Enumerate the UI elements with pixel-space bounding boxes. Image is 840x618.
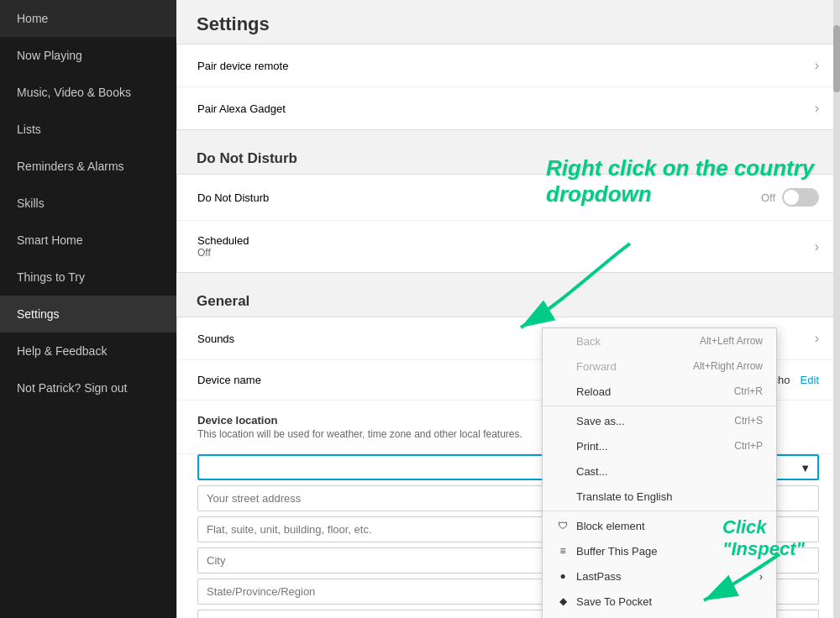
context-menu-item-left-translate: Translate to English <box>556 490 672 503</box>
context-menu-item-left-cast: Cast... <box>556 464 608 478</box>
sidebar-item-music-video-books[interactable]: Music, Video & Books <box>0 74 176 111</box>
context-menu-item-label-reload: Reload <box>576 385 611 398</box>
sidebar-item-skills[interactable]: Skills <box>0 185 176 222</box>
context-menu-item-print[interactable]: Print...Ctrl+P <box>543 433 776 458</box>
context-menu-item-left-save-as: Save as... <box>556 414 625 427</box>
device-location-desc: This location will be used for weather, … <box>197 428 522 440</box>
sidebar-item-now-playing[interactable]: Now Playing <box>0 37 176 74</box>
scrollbar[interactable] <box>833 0 840 618</box>
context-menu-item-label-block: Block element <box>576 520 645 532</box>
chevron-icon: › <box>815 101 819 116</box>
context-menu-item-label-forward: Forward <box>576 360 617 373</box>
context-menu-item-icon-forward <box>556 359 570 373</box>
pair-device-remote-label: Pair device remote <box>197 60 288 72</box>
context-menu-item-right-lastpass: › <box>759 570 763 583</box>
scheduled-row[interactable]: Scheduled Off › <box>177 221 839 272</box>
do-not-disturb-row: Do Not Disturb Off <box>177 175 839 221</box>
chevron-icon: › <box>815 58 819 73</box>
scheduled-label: Scheduled <box>197 234 249 247</box>
context-menu-item-left-lastpass: ●LastPass <box>556 569 621 583</box>
context-menu-item-icon-block: 🛡 <box>556 519 570 532</box>
device-location-label: Device location <box>197 414 277 427</box>
sidebar-item-home[interactable]: Home <box>0 0 176 37</box>
context-menu-item-icon-back <box>556 334 570 348</box>
context-menu-item-block[interactable]: 🛡Block element <box>543 513 776 538</box>
scrollbar-thumb[interactable] <box>833 25 840 92</box>
context-menu-item-forward: ForwardAlt+Right Arrow <box>543 354 776 379</box>
sidebar-item-settings[interactable]: Settings <box>0 296 176 333</box>
do-not-disturb-label: Do Not Disturb <box>197 191 269 204</box>
page-title: Settings <box>176 0 840 44</box>
sidebar-item-help-feedback[interactable]: Help & Feedback <box>0 333 176 369</box>
context-menu: BackAlt+Left ArrowForwardAlt+Right Arrow… <box>542 327 777 618</box>
sidebar: Home Now Playing Music, Video & Books Li… <box>0 0 176 618</box>
submenu-arrow-icon: › <box>759 570 763 583</box>
context-menu-item-icon-print <box>556 439 570 453</box>
sidebar-item-smart-home[interactable]: Smart Home <box>0 222 176 259</box>
general-heading: General <box>176 280 840 317</box>
scheduled-value: Off <box>197 247 249 259</box>
context-menu-item-shortcut-print: Ctrl+P <box>734 440 763 452</box>
pair-alexa-gadget-row[interactable]: Pair Alexa Gadget › <box>177 87 839 129</box>
toggle-wrap: Off <box>761 188 819 207</box>
toggle-off-label: Off <box>761 191 775 204</box>
do-not-disturb-toggle[interactable] <box>782 188 819 207</box>
context-menu-item-icon-reload <box>556 385 570 398</box>
context-menu-item-lastpass[interactable]: ●LastPass› <box>543 563 776 589</box>
context-menu-item-icon-save-pocket: ◆ <box>556 594 570 608</box>
context-menu-item-label-save-as: Save as... <box>576 415 625 427</box>
context-menu-item-left-back: Back <box>556 334 601 348</box>
context-menu-item-label-print: Print... <box>576 440 608 453</box>
context-menu-item-shortcut-save-as: Ctrl+S <box>734 415 763 427</box>
context-menu-item-cast[interactable]: Cast... <box>543 458 776 484</box>
context-menu-item-label-buffer: Buffer This Page <box>576 545 657 558</box>
context-menu-item-left-reload: Reload <box>556 385 611 398</box>
do-not-disturb-section: Do Not Disturb Off Scheduled Off › <box>176 174 840 273</box>
sidebar-item-sign-out[interactable]: Not Patrick? Sign out <box>0 369 176 406</box>
context-menu-item-buffer[interactable]: ≡Buffer This Page <box>543 538 776 563</box>
context-menu-item-back: BackAlt+Left Arrow <box>543 328 776 354</box>
context-menu-item-icon-lastpass: ● <box>556 569 570 583</box>
context-menu-divider <box>543 511 776 511</box>
context-menu-item-left-block: 🛡Block element <box>556 519 645 532</box>
context-menu-item-right-forward: Alt+Right Arrow <box>693 360 763 372</box>
context-menu-item-translate[interactable]: Translate to English <box>543 484 776 509</box>
context-menu-item-left-print: Print... <box>556 439 608 453</box>
context-menu-item-label-translate: Translate to English <box>576 490 672 503</box>
pair-device-remote-section: Pair device remote › Pair Alexa Gadget › <box>176 44 840 130</box>
context-menu-item-reload[interactable]: ReloadCtrl+R <box>543 379 776 404</box>
context-menu-item-save-pocket[interactable]: ◆Save To Pocket <box>543 589 776 614</box>
sidebar-item-things-to-try[interactable]: Things to Try <box>0 259 176 296</box>
sounds-label: Sounds <box>197 333 234 345</box>
sidebar-item-lists[interactable]: Lists <box>0 111 176 148</box>
context-menu-divider <box>543 406 776 406</box>
context-menu-item-left-save-pocket: ◆Save To Pocket <box>556 594 652 608</box>
sidebar-item-reminders-alarms[interactable]: Reminders & Alarms <box>0 148 176 185</box>
context-menu-item-shortcut-back: Alt+Left Arrow <box>700 335 763 347</box>
context-menu-item-hootlet[interactable]: 🦉Share page via Hootlet <box>543 614 776 618</box>
context-menu-item-label-cast: Cast... <box>576 465 608 478</box>
context-menu-item-right-save-as: Ctrl+S <box>734 415 763 427</box>
context-menu-item-left-forward: Forward <box>556 359 617 373</box>
context-menu-item-icon-save-as <box>556 414 570 427</box>
do-not-disturb-heading: Do Not Disturb <box>176 137 840 174</box>
chevron-icon: › <box>815 239 819 254</box>
context-menu-item-icon-cast <box>556 464 570 478</box>
context-menu-item-icon-buffer: ≡ <box>556 544 570 558</box>
device-name-label: Device name <box>197 374 261 386</box>
context-menu-item-right-back: Alt+Left Arrow <box>700 335 763 347</box>
context-menu-item-shortcut-reload: Ctrl+R <box>734 385 763 397</box>
pair-device-remote-row[interactable]: Pair device remote › <box>177 45 839 87</box>
context-menu-item-label-save-pocket: Save To Pocket <box>576 595 652 608</box>
main-content: Settings Pair device remote › Pair Alexa… <box>176 0 840 618</box>
context-menu-item-right-print: Ctrl+P <box>734 440 763 452</box>
pair-alexa-gadget-label: Pair Alexa Gadget <box>197 102 286 115</box>
context-menu-item-right-reload: Ctrl+R <box>734 385 763 397</box>
context-menu-item-shortcut-forward: Alt+Right Arrow <box>693 360 763 372</box>
scheduled-group: Scheduled Off <box>197 234 249 259</box>
context-menu-item-save-as[interactable]: Save as...Ctrl+S <box>543 408 776 433</box>
edit-link[interactable]: Edit <box>801 374 819 386</box>
context-menu-item-label-lastpass: LastPass <box>576 570 621 583</box>
context-menu-item-left-buffer: ≡Buffer This Page <box>556 544 657 558</box>
context-menu-item-label-back: Back <box>576 335 601 348</box>
